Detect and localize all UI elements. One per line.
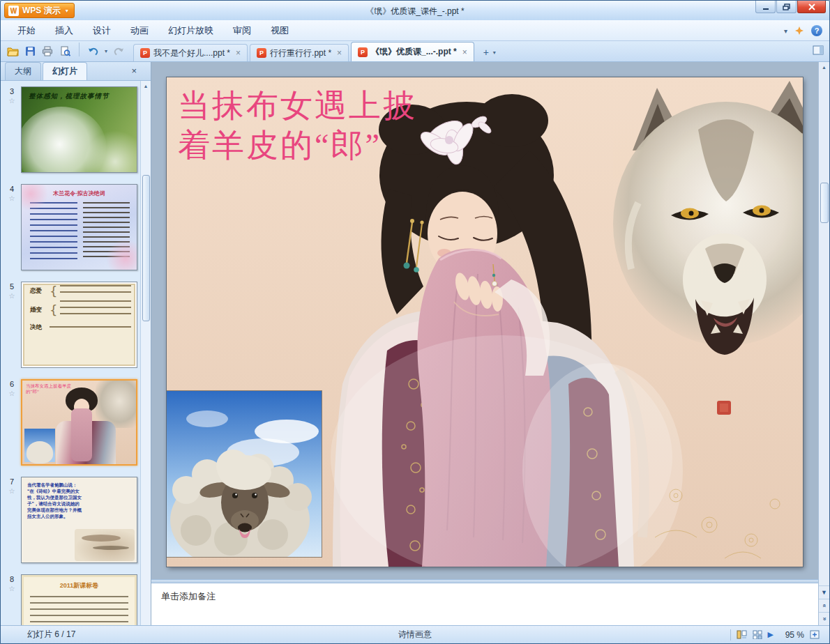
quote-line: 完美体现在那些地方？并概: [27, 507, 134, 513]
tab-close-icon[interactable]: ×: [462, 47, 467, 57]
print-button[interactable]: [41, 45, 54, 57]
thumb-caption: 整体感知，梳理故事情节: [29, 92, 134, 101]
minimize-button[interactable]: [755, 1, 776, 13]
text-placeholder: [30, 202, 77, 261]
print-preview-button[interactable]: [59, 45, 71, 57]
slide-sorter-icon[interactable]: [753, 630, 762, 639]
tab-list-caret[interactable]: ▾: [493, 49, 496, 56]
slide-editor: 当抹布女遇上披 着羊皮的“郎”: [151, 62, 818, 625]
restore-button[interactable]: [776, 1, 797, 13]
save-button[interactable]: [24, 45, 36, 57]
undo-dropdown-caret[interactable]: ▾: [105, 48, 107, 54]
scroll-down-icon[interactable]: ▼: [819, 585, 829, 599]
text-placeholder: [60, 300, 131, 319]
toolbar-separator: [79, 43, 80, 56]
scrollbar-thumb[interactable]: [820, 183, 829, 223]
help-icon[interactable]: ?: [811, 25, 822, 36]
close-button[interactable]: [797, 1, 826, 13]
wps-menu-button[interactable]: W WPS 演示 ▾: [4, 3, 75, 18]
tab-outline[interactable]: 大纲: [5, 62, 41, 80]
slide-4-thumbnail[interactable]: 木兰花令·拟古决绝词: [21, 184, 137, 270]
redo-button[interactable]: [112, 45, 125, 57]
slide-4-number: 4 ☆: [5, 184, 19, 270]
menu-tab-insert[interactable]: 插入: [45, 20, 83, 41]
slide-5-thumbnail[interactable]: 恋爱 { 婚变 { 决绝: [21, 282, 137, 368]
slide-5-number: 5 ☆: [5, 282, 19, 368]
fit-window-icon[interactable]: [810, 630, 820, 639]
text-placeholder: [30, 596, 128, 625]
slide-6-canvas[interactable]: 当抹布女遇上披 着羊皮的“郎”: [167, 77, 803, 567]
animation-star-icon: ☆: [9, 292, 15, 300]
thumbnail-list: 3 ☆ 整体感知，梳理故事情节 4 ☆ 木兰花令·拟古决绝: [1, 81, 151, 625]
animation-star-icon: ☆: [9, 487, 15, 495]
slide-6-item-selected[interactable]: 6 ☆ 当抹布女遇上披着羊皮的“郎”: [5, 379, 137, 466]
statusbar-separator: [730, 629, 731, 641]
menu-tab-slideshow[interactable]: 幻灯片放映: [158, 20, 223, 41]
undo-button[interactable]: [87, 45, 100, 57]
collapse-ribbon-icon[interactable]: ▾: [784, 27, 787, 35]
quote-line: 子”，请结合诗文说说她的: [27, 500, 134, 507]
document-tab-3-active[interactable]: P 《氓》优质课_...-.ppt * ×: [351, 42, 474, 61]
slide-6-thumbnail[interactable]: 当抹布女遇上披着羊皮的“郎”: [21, 379, 137, 466]
slideshow-play-icon[interactable]: ▶: [768, 630, 774, 639]
thumb-title: 当抹布女遇上披着羊皮的“郎”: [26, 383, 72, 394]
sheep-image-mini: [24, 429, 55, 462]
main-scrollbar[interactable]: ▲ ▼ « «: [818, 62, 829, 625]
next-slide-button[interactable]: «: [819, 612, 829, 625]
scroll-up-icon[interactable]: ▲: [822, 62, 827, 72]
slide-5-item[interactable]: 5 ☆ 恋爱 { 婚变 {: [5, 282, 137, 368]
thumb-text-columns: [22, 197, 137, 261]
notes-pane[interactable]: 单击添加备注: [151, 583, 818, 625]
brace-glyph: {: [50, 285, 57, 298]
text-placeholder: [83, 202, 130, 261]
menu-tab-design[interactable]: 设计: [83, 20, 121, 41]
new-tab-button[interactable]: +: [479, 45, 493, 59]
outline-row: 恋爱 {: [22, 282, 137, 298]
text-placeholder: [50, 326, 131, 332]
slide-number: 7: [10, 477, 14, 486]
previous-slide-button[interactable]: «: [819, 599, 829, 612]
scrollbar-thumb[interactable]: [142, 175, 150, 321]
document-tab-1[interactable]: P 我不是个好儿....ppt * ×: [133, 44, 248, 61]
outline-row: 婚变 {: [22, 298, 137, 319]
slide-8-item[interactable]: 8 ☆ 2011新课标卷: [5, 574, 137, 625]
slide-7-item[interactable]: 7 ☆ 当代著名学者鲍鹏山说： “在《诗经》中最完美的女 性，我认为便是那位卫国…: [5, 477, 137, 563]
slide-number: 6: [10, 380, 14, 388]
menu-tab-view[interactable]: 视图: [261, 20, 299, 41]
window-controls: [755, 1, 829, 13]
slide-3-thumbnail[interactable]: 整体感知，梳理故事情节: [21, 86, 137, 173]
skin-icon[interactable]: [794, 26, 804, 36]
menu-tab-animation[interactable]: 动画: [121, 20, 158, 41]
animation-star-icon: ☆: [9, 585, 15, 592]
slide-8-thumbnail[interactable]: 2011新课标卷: [21, 574, 137, 625]
menu-tab-home[interactable]: 开始: [8, 20, 45, 41]
sidebar-scrollbar[interactable]: ▲: [140, 81, 151, 625]
sheep-photo[interactable]: [167, 391, 322, 557]
tab-close-icon[interactable]: ×: [337, 48, 342, 58]
menu-tab-review[interactable]: 审阅: [223, 20, 261, 41]
open-file-button[interactable]: [6, 45, 19, 57]
panel-close-icon[interactable]: ×: [131, 66, 137, 75]
quote-line: “在《诗经》中最完美的女: [27, 488, 134, 494]
scroll-up-icon[interactable]: ▲: [144, 81, 149, 91]
document-tab-label: 行行重行行.ppt *: [270, 47, 331, 59]
document-tab-2[interactable]: P 行行重行行.ppt * ×: [250, 44, 349, 61]
zoom-level[interactable]: 95 %: [779, 630, 804, 640]
quote-line: 当代著名学者鲍鹏山说：: [27, 482, 134, 488]
slide-title-textbox[interactable]: 当抹布女遇上披 着羊皮的“郎”: [178, 86, 417, 165]
task-window-icon[interactable]: [813, 45, 824, 55]
wps-presentation-window: W WPS 演示 ▾ 《氓》优质课_课件_-.ppt * 开始 插入 设计 动画…: [0, 0, 830, 644]
quote-line: 性，我认为便是那位卫国女: [27, 494, 134, 500]
double-chevron-up-icon: «: [820, 604, 827, 607]
content-area: 大纲 幻灯片 × 3 ☆ 整体感知，梳理故事情节: [1, 62, 829, 625]
slide-7-thumbnail[interactable]: 当代著名学者鲍鹏山说： “在《诗经》中最完美的女 性，我认为便是那位卫国女 子”…: [21, 477, 137, 563]
normal-view-icon[interactable]: [737, 630, 747, 639]
redo-icon: [113, 46, 124, 56]
tab-close-icon[interactable]: ×: [236, 48, 241, 58]
slide-3-item[interactable]: 3 ☆ 整体感知，梳理故事情节: [5, 86, 137, 173]
toolbar-right: [813, 45, 824, 58]
notes-placeholder: 单击添加备注: [161, 591, 216, 601]
tab-slides[interactable]: 幻灯片: [43, 62, 87, 80]
double-chevron-down-icon: «: [820, 617, 827, 620]
slide-4-item[interactable]: 4 ☆ 木兰花令·拟古决绝词: [5, 184, 137, 270]
